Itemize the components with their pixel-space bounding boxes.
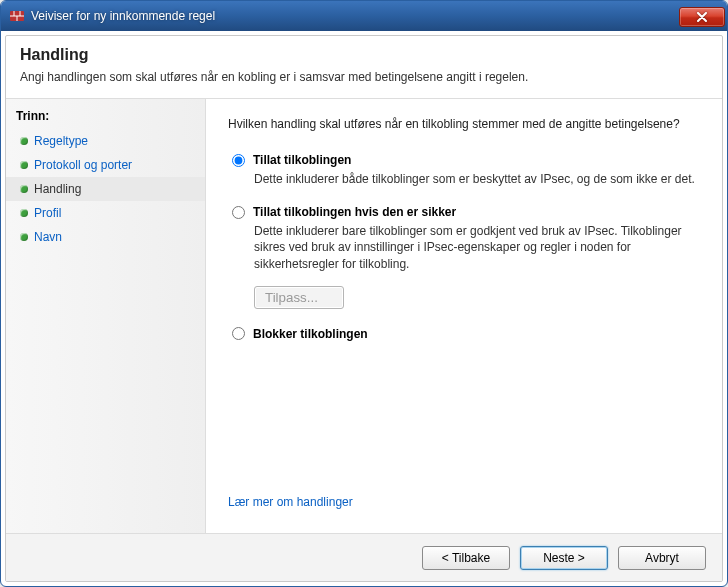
radio-item-allow: Tillat tilkoblingen Dette inkluderer båd… <box>232 153 700 187</box>
close-icon <box>696 12 708 22</box>
customize-button: Tilpass... <box>254 286 344 309</box>
radio-label: Tillat tilkoblingen <box>253 153 351 167</box>
radio-desc: Dette inkluderer både tilkoblinger som e… <box>232 171 700 187</box>
sidebar-heading: Trinn: <box>6 105 205 129</box>
header-block: Handling Angi handlingen som skal utføre… <box>6 36 722 99</box>
cancel-button[interactable]: Avbryt <box>618 546 706 570</box>
radio-label: Tillat tilkoblingen hvis den er sikker <box>253 205 456 219</box>
step-bullet-icon <box>20 161 28 169</box>
sidebar-item-label: Regeltype <box>34 134 88 148</box>
radio-allow-secure[interactable]: Tillat tilkoblingen hvis den er sikker <box>232 205 700 219</box>
radio-label: Blokker tilkoblingen <box>253 327 368 341</box>
step-bullet-icon <box>20 209 28 217</box>
learn-more-row: Lær mer om handlinger <box>228 487 700 523</box>
close-button[interactable] <box>679 7 725 27</box>
sidebar-item-label: Profil <box>34 206 61 220</box>
content-frame: Handling Angi handlingen som skal utføre… <box>5 35 723 582</box>
sidebar-item-protokoll[interactable]: Protokoll og porter <box>6 153 205 177</box>
radio-block-input[interactable] <box>232 327 245 340</box>
body-row: Trinn: Regeltype Protokoll og porter Han… <box>6 99 722 533</box>
sidebar-item-label: Navn <box>34 230 62 244</box>
sidebar-item-label: Protokoll og porter <box>34 158 132 172</box>
learn-more-link[interactable]: Lær mer om handlinger <box>228 495 353 509</box>
sidebar-item-label: Handling <box>34 182 81 196</box>
step-bullet-icon <box>20 137 28 145</box>
page-title: Handling <box>20 46 708 64</box>
radio-allow-secure-input[interactable] <box>232 206 245 219</box>
page-subtitle: Angi handlingen som skal utføres når en … <box>20 70 708 84</box>
sidebar-item-navn[interactable]: Navn <box>6 225 205 249</box>
titlebar-left: Veiviser for ny innkommende regel <box>9 8 215 24</box>
radio-desc: Dette inkluderer bare tilkoblinger som e… <box>232 223 700 272</box>
step-bullet-icon <box>20 185 28 193</box>
sidebar-item-regeltype[interactable]: Regeltype <box>6 129 205 153</box>
window-title: Veiviser for ny innkommende regel <box>31 9 215 23</box>
step-bullet-icon <box>20 233 28 241</box>
titlebar[interactable]: Veiviser for ny innkommende regel <box>1 1 727 31</box>
radio-item-allow-secure: Tillat tilkoblingen hvis den er sikker D… <box>232 205 700 309</box>
wizard-window: Veiviser for ny innkommende regel Handli… <box>0 0 728 587</box>
radio-block[interactable]: Blokker tilkoblingen <box>232 327 700 341</box>
radio-allow[interactable]: Tillat tilkoblingen <box>232 153 700 167</box>
radio-item-block: Blokker tilkoblingen <box>232 327 700 341</box>
back-button[interactable]: < Tilbake <box>422 546 510 570</box>
radio-group: Tillat tilkoblingen Dette inkluderer båd… <box>228 153 700 341</box>
footer: < Tilbake Neste > Avbryt <box>6 533 722 581</box>
sidebar-item-profil[interactable]: Profil <box>6 201 205 225</box>
main-panel: Hvilken handling skal utføres når en til… <box>206 99 722 533</box>
radio-allow-input[interactable] <box>232 154 245 167</box>
firewall-app-icon <box>9 8 25 24</box>
next-button[interactable]: Neste > <box>520 546 608 570</box>
sidebar-item-handling[interactable]: Handling <box>6 177 205 201</box>
question-text: Hvilken handling skal utføres når en til… <box>228 117 700 131</box>
sidebar: Trinn: Regeltype Protokoll og porter Han… <box>6 99 206 533</box>
